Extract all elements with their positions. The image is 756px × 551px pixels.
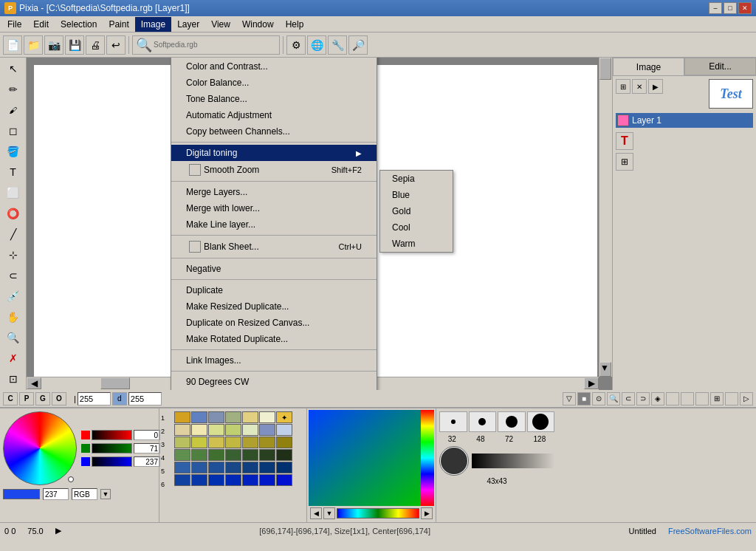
- layer-tool-btn2[interactable]: ✕: [632, 79, 647, 94]
- tool-smudge[interactable]: ✗: [3, 348, 24, 368]
- p-btn[interactable]: P: [19, 392, 34, 405]
- swatch-cell[interactable]: [174, 462, 190, 473]
- menu-digital-toning[interactable]: Digital toning ▶: [171, 145, 377, 161]
- save-btn[interactable]: 💾: [65, 35, 84, 55]
- swatch-cell[interactable]: [242, 462, 258, 473]
- toning-warm[interactable]: Warm: [380, 236, 453, 252]
- new-btn[interactable]: 📄: [3, 35, 22, 55]
- color-mode-arrow[interactable]: ▼: [100, 489, 111, 499]
- mini-tool5[interactable]: ⊂: [622, 392, 635, 405]
- layer-tool-btn1[interactable]: ⊞: [616, 79, 630, 94]
- swatch-cell[interactable]: [225, 449, 241, 461]
- swatch-cell[interactable]: [174, 474, 190, 486]
- value2-input[interactable]: [128, 392, 162, 405]
- color-wheel[interactable]: [3, 411, 77, 485]
- tool-eyedrop[interactable]: 💉: [3, 286, 24, 306]
- btn-extra4[interactable]: 🔎: [348, 35, 368, 55]
- mini-tool12[interactable]: [725, 392, 738, 405]
- menu-tone-balance[interactable]: Tone Balance...: [171, 91, 377, 107]
- gradient-btn1[interactable]: ◀: [310, 507, 322, 519]
- menu-selection[interactable]: Selection: [55, 17, 103, 32]
- menu-make-resized[interactable]: Make Resized Duplicate...: [171, 298, 377, 315]
- swatch-cell[interactable]: [208, 424, 224, 436]
- swatch-cell[interactable]: [259, 462, 275, 473]
- menu-dup-resized-canvas[interactable]: Duplicate on Resized Canvas...: [171, 315, 377, 331]
- g-slider[interactable]: [92, 443, 132, 454]
- tool-eraser[interactable]: ◻: [3, 121, 24, 141]
- mini-tool1[interactable]: ▽: [563, 392, 576, 405]
- gradient-main[interactable]: [309, 410, 421, 506]
- tool-fill[interactable]: 🪣: [3, 142, 24, 162]
- menu-merge-lower[interactable]: Merge with lower...: [171, 200, 377, 216]
- menu-90-cw[interactable]: 90 Degrees CW: [171, 374, 377, 390]
- swatch-cell[interactable]: [242, 449, 258, 461]
- swatch-cell[interactable]: [259, 449, 275, 461]
- menu-view[interactable]: View: [205, 17, 236, 32]
- cam-btn[interactable]: 📷: [44, 35, 63, 55]
- menu-copy-channels[interactable]: Copy between Channels...: [171, 123, 377, 140]
- menu-merge-layers[interactable]: Merge Layers...: [171, 184, 377, 200]
- swatch-cell[interactable]: [276, 474, 292, 486]
- swatch-cell[interactable]: [191, 411, 207, 423]
- menu-auto-adjust[interactable]: Automatic Adjustment: [171, 107, 377, 123]
- tool-arrow[interactable]: ↖: [3, 59, 24, 79]
- brush-cell-4[interactable]: [527, 411, 555, 432]
- layer-ctrl-grid[interactable]: ⊞: [616, 153, 633, 171]
- window-minimize-btn[interactable]: –: [709, 2, 722, 14]
- value1-input[interactable]: [78, 392, 111, 405]
- tool-move[interactable]: ✋: [3, 307, 24, 326]
- brush-cell-2[interactable]: [469, 411, 497, 432]
- menu-file[interactable]: File: [1, 17, 27, 32]
- tool-pen[interactable]: ✏: [3, 80, 24, 100]
- swatch-cell[interactable]: [191, 437, 207, 448]
- mini-tool2[interactable]: ■: [577, 392, 591, 405]
- tool-brush[interactable]: 🖌: [3, 100, 24, 120]
- swatch-cell[interactable]: [191, 449, 207, 461]
- brush-cell-1[interactable]: [439, 411, 467, 432]
- menu-blank-sheet[interactable]: Blank Sheet... Ctrl+U: [171, 238, 377, 256]
- menu-paint[interactable]: Paint: [103, 17, 134, 32]
- swatch-cell[interactable]: [225, 411, 241, 423]
- menu-color-contrast[interactable]: Color and Contrast...: [171, 58, 377, 75]
- swatch-cell[interactable]: [276, 424, 292, 436]
- mini-tool3[interactable]: ⊙: [592, 392, 605, 405]
- menu-help[interactable]: Help: [280, 17, 310, 32]
- btn-extra3[interactable]: 🔧: [328, 35, 347, 55]
- swatch-cell[interactable]: [174, 411, 190, 423]
- zoom-btn[interactable]: 🔍 Softpedia.rgb: [132, 35, 280, 55]
- swatch-cell[interactable]: [242, 411, 258, 423]
- g-btn[interactable]: G: [35, 392, 50, 405]
- layer-tool-btn3[interactable]: ▶: [648, 79, 663, 94]
- tool-select[interactable]: ⊹: [3, 244, 24, 264]
- swatch-cell[interactable]: [225, 437, 241, 448]
- swatch-cell[interactable]: [191, 474, 207, 486]
- layer-ctrl-t[interactable]: T: [616, 132, 633, 150]
- brightness-input[interactable]: [43, 488, 69, 500]
- layer-item[interactable]: Layer 1: [616, 113, 753, 128]
- swatch-cell[interactable]: [242, 474, 258, 486]
- menu-link-images[interactable]: Link Images...: [171, 352, 377, 369]
- mini-tool9[interactable]: [681, 392, 694, 405]
- o-btn[interactable]: O: [52, 392, 66, 405]
- swatch-cell[interactable]: [208, 474, 224, 486]
- btn-extra2[interactable]: 🌐: [307, 35, 326, 55]
- mini-tool8[interactable]: [666, 392, 679, 405]
- swatch-cell[interactable]: [174, 437, 190, 448]
- menu-make-line[interactable]: Make Line layer...: [171, 216, 377, 233]
- tool-special[interactable]: ⊡: [3, 369, 24, 389]
- tool-circle[interactable]: ⭕: [3, 204, 24, 224]
- mini-tool13[interactable]: ▷: [740, 392, 753, 405]
- open-btn[interactable]: 📁: [24, 35, 43, 55]
- toning-blue[interactable]: Blue: [380, 187, 453, 203]
- swatch-extra[interactable]: ✦: [276, 411, 292, 423]
- toning-gold[interactable]: Gold: [380, 203, 453, 219]
- gradient-hue-bar[interactable]: [421, 410, 434, 506]
- tab-image[interactable]: Image: [613, 58, 684, 75]
- tool-zoom[interactable]: 🔍: [3, 327, 24, 347]
- mini-tool10[interactable]: [695, 392, 709, 405]
- toning-cool[interactable]: Cool: [380, 219, 453, 236]
- tool-rect[interactable]: ⬜: [3, 183, 24, 203]
- menu-edit[interactable]: Edit: [27, 17, 55, 32]
- swatch-cell[interactable]: [208, 437, 224, 448]
- current-color-swatch[interactable]: [3, 489, 40, 499]
